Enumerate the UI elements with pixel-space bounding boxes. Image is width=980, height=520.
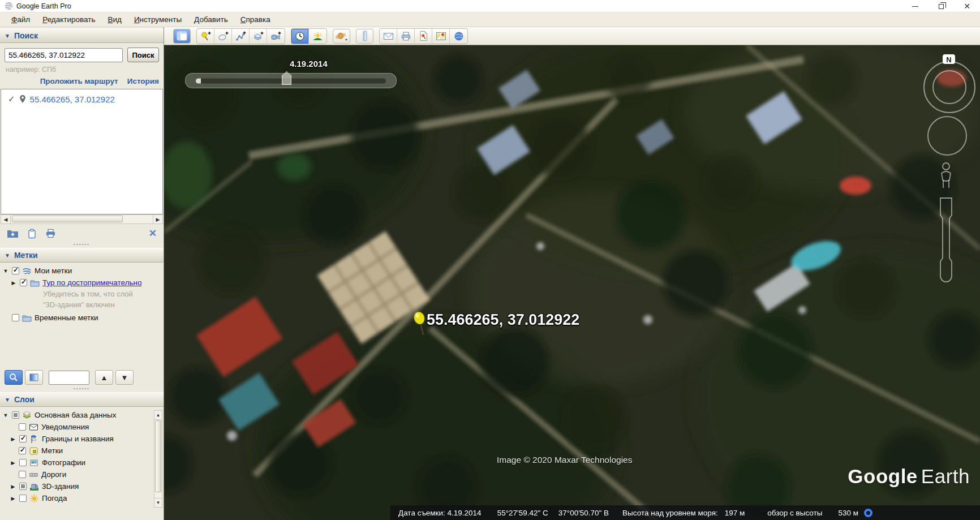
history-link[interactable]: История bbox=[127, 77, 159, 85]
add-image-overlay-button[interactable] bbox=[250, 29, 267, 44]
record-tour-button[interactable] bbox=[267, 29, 285, 44]
opacity-slider-button[interactable] bbox=[25, 370, 43, 385]
expand-arrow-icon[interactable]: ▶ bbox=[10, 280, 17, 286]
layer-row-placemarks[interactable]: Метки bbox=[0, 445, 164, 457]
save-to-places-icon[interactable] bbox=[7, 229, 19, 238]
layers-panel-title: Слои bbox=[14, 395, 35, 404]
scroll-left-icon[interactable]: ◀ bbox=[1, 215, 10, 224]
roads-checkbox[interactable] bbox=[19, 471, 26, 478]
menu-help[interactable]: Справка bbox=[235, 14, 276, 25]
print-results-icon[interactable] bbox=[45, 229, 56, 238]
add-polygon-button[interactable] bbox=[214, 29, 232, 44]
compass-inner-ring[interactable] bbox=[933, 71, 966, 104]
street-view-pegman[interactable] bbox=[942, 163, 951, 188]
find-places-input[interactable] bbox=[49, 371, 89, 385]
map-view[interactable]: 4.19.2014 55.466265, 37.012922 Image © 2… bbox=[164, 45, 980, 520]
search-button[interactable]: Поиск bbox=[127, 48, 159, 62]
compass-ring[interactable] bbox=[924, 62, 975, 113]
expand-arrow-icon[interactable]: ▼ bbox=[2, 412, 9, 418]
panel-resize-grip[interactable]: •••••• bbox=[0, 243, 164, 247]
results-horizontal-scrollbar[interactable]: ◀ ▶ bbox=[1, 214, 163, 224]
previous-result-button[interactable]: ▲ bbox=[95, 370, 113, 385]
borders-checkbox[interactable] bbox=[19, 435, 27, 442]
view-in-maps-button[interactable] bbox=[432, 29, 450, 44]
expand-arrow-icon[interactable]: ▶ bbox=[10, 436, 16, 442]
panel-resize-grip[interactable]: •••••• bbox=[0, 387, 164, 391]
layer-label: Метки bbox=[41, 446, 63, 455]
checkmark-icon: ✓ bbox=[8, 94, 15, 104]
tree-row-temp-places[interactable]: Временные метки bbox=[0, 312, 164, 324]
layer-row-roads[interactable]: Дороги bbox=[0, 469, 164, 480]
layer-row-notifications[interactable]: Уведомления bbox=[0, 421, 164, 433]
menu-file[interactable]: Файл bbox=[6, 14, 36, 25]
menu-add[interactable]: Добавить bbox=[188, 14, 234, 25]
photos-checkbox[interactable] bbox=[19, 459, 27, 466]
clear-search-icon[interactable]: ✕ bbox=[149, 227, 157, 239]
add-polygon-icon bbox=[218, 31, 229, 41]
earth-globe-button[interactable] bbox=[450, 29, 467, 44]
zoom-slider[interactable] bbox=[940, 198, 952, 282]
tree-row-my-places[interactable]: ▼ Мои метки bbox=[0, 265, 164, 277]
layer-row-borders[interactable]: ▶ Границы и названия bbox=[0, 433, 164, 445]
time-slider-handle[interactable] bbox=[282, 71, 291, 85]
get-directions-link[interactable]: Проложить маршрут bbox=[40, 77, 118, 85]
scrollbar-thumb[interactable] bbox=[12, 216, 123, 222]
scrollbar-thumb[interactable] bbox=[155, 420, 161, 492]
tour-link[interactable]: Тур по достопримечательно bbox=[42, 278, 142, 287]
my-places-checkbox[interactable] bbox=[12, 267, 19, 274]
sunlight-button[interactable] bbox=[309, 29, 326, 44]
expand-arrow-icon[interactable]: ▶ bbox=[10, 484, 16, 489]
look-joystick-ring[interactable] bbox=[928, 117, 966, 155]
search-input[interactable] bbox=[5, 48, 123, 62]
sidebar-toggle-button[interactable] bbox=[173, 29, 191, 44]
places-panel-header[interactable]: ▼ Метки bbox=[0, 248, 164, 263]
weather-checkbox[interactable] bbox=[19, 495, 27, 502]
menu-tools[interactable]: Инструменты bbox=[128, 14, 187, 25]
buildings-checkbox[interactable] bbox=[19, 483, 27, 490]
database-checkbox[interactable] bbox=[12, 411, 19, 419]
save-image-button[interactable] bbox=[415, 29, 432, 44]
close-button[interactable]: ✕ bbox=[954, 0, 980, 12]
layers-panel-header[interactable]: ▼ Слои bbox=[0, 392, 164, 407]
add-placemark-button[interactable] bbox=[197, 29, 214, 44]
satellite-imagery bbox=[164, 45, 980, 520]
layer-row-database[interactable]: ▼ Основная база данных bbox=[0, 409, 164, 421]
scroll-up-icon[interactable]: ▲ bbox=[154, 411, 162, 419]
tour-checkbox[interactable] bbox=[20, 279, 27, 286]
print-button[interactable] bbox=[397, 29, 415, 44]
layer-row-3d-buildings[interactable]: ▶ 3D-здания bbox=[0, 480, 164, 492]
expand-arrow-icon[interactable]: ▶ bbox=[10, 460, 16, 466]
search-panel-header[interactable]: ▼ Поиск bbox=[0, 28, 164, 43]
find-in-places-button[interactable] bbox=[5, 370, 23, 385]
menu-edit[interactable]: Редактировать bbox=[37, 14, 101, 25]
expand-arrow-icon[interactable]: ▼ bbox=[2, 268, 9, 274]
share-tools-group bbox=[379, 28, 468, 44]
scrollbar-track[interactable] bbox=[10, 215, 153, 224]
planets-button[interactable] bbox=[333, 29, 350, 44]
expand-arrow-icon[interactable]: ▶ bbox=[10, 496, 16, 501]
time-slider[interactable] bbox=[185, 73, 397, 88]
add-path-button[interactable] bbox=[232, 29, 250, 44]
next-result-button[interactable]: ▼ bbox=[115, 370, 134, 385]
ruler-button[interactable] bbox=[356, 29, 373, 44]
minimize-button[interactable] bbox=[902, 0, 928, 12]
layer-row-weather[interactable]: ▶ Погода bbox=[0, 492, 164, 504]
search-result-row[interactable]: ✓ 55.466265, 37.012922 bbox=[1, 89, 162, 104]
temp-places-checkbox[interactable] bbox=[12, 314, 19, 321]
copy-icon[interactable] bbox=[28, 229, 36, 239]
historical-imagery-button[interactable] bbox=[291, 29, 309, 44]
scroll-down-icon[interactable]: ▼ bbox=[154, 498, 162, 507]
restore-icon bbox=[939, 4, 944, 9]
email-button[interactable] bbox=[380, 29, 397, 44]
restore-button[interactable] bbox=[928, 0, 954, 12]
placemarks-checkbox[interactable] bbox=[19, 447, 26, 454]
collapse-triangle-icon: ▼ bbox=[5, 397, 10, 403]
layers-vertical-scrollbar[interactable]: ▲ ▼ bbox=[154, 410, 162, 508]
placemark-label[interactable]: 55.466265, 37.012922 bbox=[427, 311, 579, 329]
layer-row-photos[interactable]: ▶ Фотографии bbox=[0, 457, 164, 469]
tree-row-tour[interactable]: ▶ Тур по достопримечательно bbox=[0, 277, 164, 289]
scroll-right-icon[interactable]: ▶ bbox=[153, 215, 162, 224]
notifications-checkbox[interactable] bbox=[19, 423, 26, 431]
scrollbar-track[interactable] bbox=[154, 419, 162, 498]
menu-view[interactable]: Вид bbox=[102, 14, 127, 25]
